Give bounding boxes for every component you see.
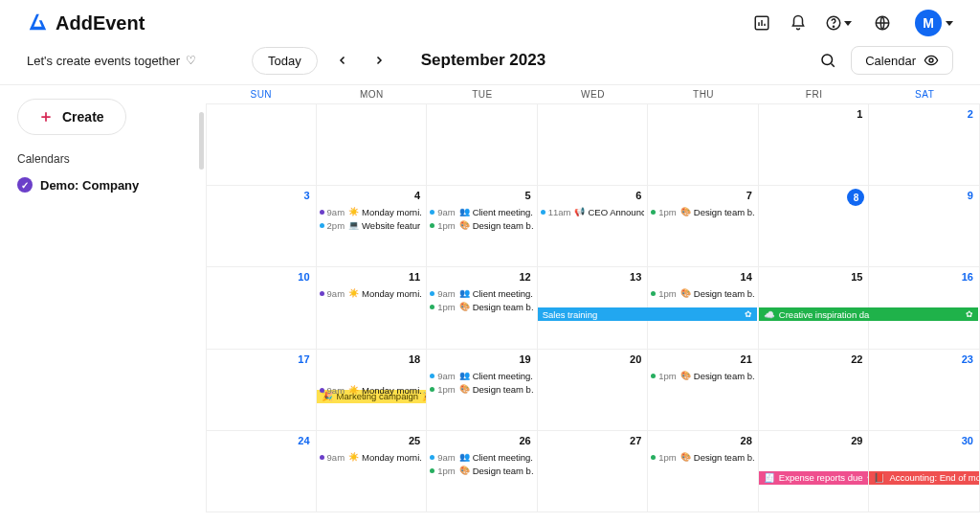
- event-item[interactable]: 1pm🎨Design team b.★: [430, 383, 534, 396]
- event-item[interactable]: 9am👥Client meeting.★: [430, 451, 534, 464]
- month-title: September 2023: [421, 51, 546, 70]
- event-item[interactable]: 1pm🎨Design team b.★: [430, 219, 534, 232]
- calendar-cell[interactable]: 8: [759, 186, 870, 267]
- calendar-cell[interactable]: 18🎉Marketing campaign🎉9am☀️Monday morni.…: [317, 350, 428, 431]
- day-number: 4: [414, 190, 420, 201]
- calendar-cell[interactable]: 29🧾Expense reports due✿: [759, 431, 870, 512]
- event-title: Client meeting.: [473, 370, 533, 382]
- day-number: 30: [962, 435, 973, 446]
- today-button[interactable]: Today: [252, 47, 318, 75]
- calendar-cell[interactable]: [317, 104, 428, 186]
- event-dot-icon: [430, 223, 434, 228]
- next-month-button[interactable]: [368, 49, 390, 72]
- event-item[interactable]: 9am☀️Monday morni.★: [320, 451, 424, 464]
- calendar-cell[interactable]: 269am👥Client meeting.★1pm🎨Design team b.…: [427, 431, 538, 512]
- event-item[interactable]: 1pm🎨Design team b.★: [651, 370, 755, 382]
- event-item[interactable]: 1pm🎨Design team b.★: [651, 206, 755, 218]
- day-number: 5: [525, 190, 531, 201]
- calendar-cell[interactable]: 71pm🎨Design team b.★: [648, 186, 759, 267]
- bell-icon[interactable]: [789, 13, 808, 33]
- event-dot-icon: [430, 305, 434, 309]
- event-item[interactable]: 9am👥Client meeting.★: [430, 206, 534, 218]
- event-item[interactable]: 9am☀️Monday morni.★: [320, 206, 424, 218]
- event-item[interactable]: 9am☀️Monday morni.★: [320, 287, 424, 300]
- calendar-cell[interactable]: 17: [206, 350, 317, 431]
- event-item[interactable]: 9am👥Client meeting.★: [430, 370, 534, 382]
- event-dot-icon: [430, 291, 434, 296]
- brand-logo-block[interactable]: AddEvent: [27, 12, 145, 34]
- calendar-cell[interactable]: 59am👥Client meeting.★1pm🎨Design team b.★: [427, 186, 538, 267]
- calendar-cell[interactable]: 1: [759, 104, 870, 186]
- calendar-cell[interactable]: 15☁️Creative inspiration da✿: [759, 267, 870, 349]
- prev-month-button[interactable]: [331, 49, 354, 72]
- calendar-cell[interactable]: 9: [869, 186, 980, 267]
- help-icon[interactable]: [825, 14, 856, 32]
- event-item[interactable]: 1pm🎨Design team b.★: [651, 287, 755, 300]
- event-dot-icon: [651, 455, 656, 460]
- event-time: 1pm: [658, 206, 676, 218]
- calendar-item[interactable]: ✓ Demo: Company: [17, 177, 189, 193]
- calendar-cell[interactable]: 211pm🎨Design team b.★: [648, 350, 759, 431]
- event-item[interactable]: 11am📢CEO Announc★: [541, 206, 645, 218]
- calendar-cell[interactable]: 23: [869, 350, 980, 431]
- account-menu[interactable]: M: [915, 10, 953, 36]
- event-item[interactable]: 1pm🎨Design team b.★: [430, 301, 534, 313]
- event-bar[interactable]: 🧾Expense reports due✿: [759, 471, 869, 485]
- calendar-cell[interactable]: 3: [206, 186, 317, 267]
- scrollbar-thumb[interactable]: [199, 112, 204, 170]
- event-item[interactable]: 9am👥Client meeting.★: [430, 287, 534, 300]
- weekday-label: SAT: [869, 85, 980, 103]
- event-bar[interactable]: Sales training✿: [538, 307, 757, 321]
- calendar-cell[interactable]: 27: [538, 431, 649, 512]
- search-icon[interactable]: [818, 51, 837, 70]
- calendar-cell[interactable]: 199am👥Client meeting.★1pm🎨Design team b.…: [427, 350, 538, 431]
- event-item[interactable]: 1pm🎨Design team b.★: [430, 465, 534, 477]
- calendar-cell[interactable]: [206, 104, 317, 186]
- calendar-cell[interactable]: 20: [538, 350, 649, 431]
- day-number: 7: [746, 190, 752, 201]
- event-dot-icon: [430, 387, 434, 392]
- event-time: 9am: [327, 287, 345, 300]
- tagline: Let's create events together ♡: [27, 54, 196, 68]
- view-switcher[interactable]: Calendar: [851, 46, 953, 75]
- calendar-cell[interactable]: 281pm🎨Design team b.★: [648, 431, 759, 512]
- day-number: 24: [298, 435, 309, 446]
- event-item[interactable]: 9am☀️Monday morni.★: [320, 384, 424, 397]
- day-number: 20: [630, 353, 641, 365]
- calendar-cell[interactable]: [427, 104, 538, 186]
- create-button[interactable]: Create: [17, 99, 126, 135]
- calendar-cell[interactable]: 49am☀️Monday morni.★2pm💻Website featur★: [317, 186, 428, 267]
- event-bar[interactable]: ☁️Creative inspiration da✿: [759, 307, 978, 321]
- analytics-icon[interactable]: [752, 13, 771, 33]
- header-actions: M: [752, 10, 953, 36]
- event-dot-icon: [320, 388, 324, 393]
- globe-icon[interactable]: [873, 13, 892, 33]
- event-emoji-icon: 🎨: [459, 465, 470, 477]
- day-number: 16: [962, 271, 973, 283]
- event-title: Expense reports due: [779, 472, 863, 483]
- calendar-cell[interactable]: [538, 104, 649, 186]
- calendar-cell[interactable]: [648, 104, 759, 186]
- calendar-cell[interactable]: 129am👥Client meeting.★1pm🎨Design team b.…: [427, 267, 538, 349]
- day-number: 9: [968, 190, 973, 201]
- calendar-cell[interactable]: 611am📢CEO Announc★: [538, 186, 649, 267]
- calendar-cell[interactable]: 22: [759, 350, 870, 431]
- event-bar[interactable]: 📕Accounting: End of mo: [869, 471, 979, 485]
- calendar-cell[interactable]: 259am☀️Monday morni.★: [317, 431, 428, 512]
- day-number: 25: [409, 435, 420, 446]
- event-end-icon: ✿: [966, 309, 973, 319]
- calendar-cell[interactable]: 30📕Accounting: End of mo: [869, 431, 980, 512]
- day-number: 19: [519, 353, 530, 365]
- calendar-cell[interactable]: 24: [206, 431, 317, 512]
- day-number: 12: [519, 271, 530, 283]
- event-dot-icon: [651, 210, 656, 215]
- calendar-cell[interactable]: 13Sales training✿: [538, 267, 649, 349]
- event-item[interactable]: 2pm💻Website featur★: [320, 219, 424, 232]
- calendar-cell[interactable]: 2: [869, 104, 980, 186]
- event-end-icon: ✿: [745, 309, 752, 319]
- weekday-label: TUE: [427, 85, 538, 103]
- calendar-cell[interactable]: 10: [206, 267, 317, 349]
- day-number: 10: [298, 271, 309, 283]
- calendar-cell[interactable]: 119am☀️Monday morni.★: [317, 267, 428, 349]
- event-item[interactable]: 1pm🎨Design team b.★: [651, 451, 755, 464]
